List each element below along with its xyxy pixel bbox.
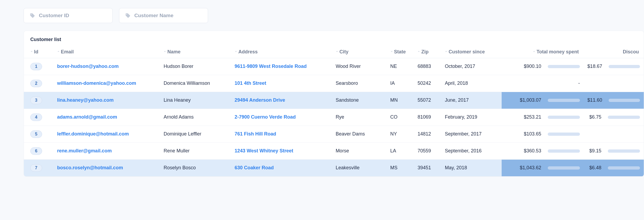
cell-city: Sandstone: [332, 92, 387, 109]
cell-state: MN: [387, 92, 414, 109]
progress-bar: [548, 65, 580, 68]
id-badge: 5: [30, 130, 42, 138]
email-link[interactable]: lina.heaney@yahoo.com: [57, 97, 114, 103]
progress-bar: [609, 65, 640, 68]
table-row[interactable]: 5leffler.dominique@hotmail.comDominique …: [24, 126, 644, 142]
progress-bar: [548, 149, 580, 153]
address-link[interactable]: 1243 West Whitney Street: [235, 148, 293, 153]
sort-icon: ⌃: [164, 50, 166, 54]
cell-city: Morse: [332, 142, 387, 159]
discount-cell: $6.75: [584, 109, 644, 126]
sort-icon: ⌃: [30, 50, 33, 54]
filter-bar: [0, 8, 644, 31]
progress-bar: [548, 166, 580, 170]
total-cell: $360.53: [502, 143, 584, 159]
discount-cell: [584, 126, 644, 142]
total-cell: $900.10: [502, 58, 584, 75]
col-header-email[interactable]: ⌃Email: [54, 46, 160, 58]
customer-id-filter[interactable]: [24, 8, 113, 23]
cell-name: Arnold Adams: [160, 109, 231, 126]
cell-zip: 39451: [414, 159, 442, 176]
table-row[interactable]: 6rene.muller@gmail.comRene Muller1243 We…: [24, 142, 644, 159]
id-badge: 1: [30, 63, 42, 70]
table-row[interactable]: 4adams.arnold@gmail.comArnold Adams2-790…: [24, 109, 644, 126]
id-badge: 4: [30, 113, 42, 121]
cell-since: February, 2019: [442, 109, 502, 126]
address-link[interactable]: 761 Fish Hill Road: [235, 131, 276, 137]
email-link[interactable]: rene.muller@gmail.com: [57, 148, 112, 153]
address-link[interactable]: 101 4th Street: [235, 80, 266, 86]
cell-since: April, 2018: [442, 75, 502, 92]
table-header-row: ⌃Id ⌃Email ⌃Name ⌃Address ⌃City ⌃State ⌃…: [24, 46, 644, 58]
customer-name-input[interactable]: [134, 13, 202, 19]
tag-icon: [125, 13, 131, 18]
id-badge: 3: [30, 97, 42, 104]
cell-city: Rye: [332, 109, 387, 126]
address-link[interactable]: 29494 Anderson Drive: [235, 97, 285, 103]
total-cell: $1,043.62: [502, 160, 584, 176]
id-badge: 6: [30, 147, 42, 155]
cell-state: IA: [387, 75, 414, 92]
cell-state: MS: [387, 159, 414, 176]
tag-icon: [30, 13, 35, 18]
sort-icon: ⌃: [445, 50, 447, 54]
cell-name: Roselyn Bosco: [160, 159, 231, 176]
total-cell: $1,003.07: [502, 92, 584, 109]
progress-bar: [548, 133, 580, 136]
customer-id-input[interactable]: [39, 13, 106, 19]
cell-state: NE: [387, 58, 414, 75]
cell-city: Leakesville: [332, 159, 387, 176]
sort-icon: ⌃: [417, 50, 420, 54]
cell-city: Searsboro: [332, 75, 387, 92]
sort-icon: ⌃: [57, 50, 60, 54]
cell-zip: 55072: [414, 92, 442, 109]
discount-cell: $11.60: [584, 92, 644, 109]
total-cell: $103.65: [502, 126, 584, 142]
cell-since: May, 2018: [442, 159, 502, 176]
progress-bar: [548, 99, 580, 102]
customer-name-filter[interactable]: [119, 8, 208, 23]
col-header-state[interactable]: ⌃State: [387, 46, 414, 58]
total-cell: -: [502, 75, 584, 92]
cell-state: NY: [387, 126, 414, 142]
col-header-discount[interactable]: Discou: [584, 46, 644, 58]
progress-bar: [608, 149, 640, 153]
id-badge: 2: [30, 80, 42, 87]
address-link[interactable]: 630 Coaker Road: [235, 165, 274, 170]
discount-cell: $6.48: [584, 160, 644, 176]
card-title: Customer list: [24, 31, 644, 46]
col-header-total[interactable]: ⌃Total money spent: [502, 46, 584, 58]
address-link[interactable]: 2-7900 Cuerno Verde Road: [235, 114, 296, 120]
progress-bar: [609, 99, 640, 102]
cell-zip: 68883: [414, 58, 442, 75]
discount-cell: [584, 75, 644, 92]
col-header-since[interactable]: ⌃Customer since: [442, 46, 502, 58]
cell-name: Lina Heaney: [160, 92, 231, 109]
cell-city: Wood River: [332, 58, 387, 75]
cell-since: October, 2017: [442, 58, 502, 75]
email-link[interactable]: bosco.roselyn@hotmail.com: [57, 165, 123, 170]
col-header-id[interactable]: ⌃Id: [24, 46, 54, 58]
email-link[interactable]: williamson-domenica@yahoo.com: [57, 80, 136, 86]
email-link[interactable]: borer-hudson@yahoo.com: [57, 64, 119, 69]
table-row[interactable]: 7bosco.roselyn@hotmail.comRoselyn Bosco6…: [24, 159, 644, 176]
sort-icon: ⌃: [235, 50, 237, 54]
col-header-address[interactable]: ⌃Address: [231, 46, 332, 58]
email-link[interactable]: leffler.dominique@hotmail.com: [57, 131, 129, 137]
table-row[interactable]: 1borer-hudson@yahoo.comHudson Borer9611-…: [24, 58, 644, 75]
table-row[interactable]: 3lina.heaney@yahoo.comLina Heaney29494 A…: [24, 92, 644, 109]
col-header-zip[interactable]: ⌃Zip: [414, 46, 442, 58]
address-link[interactable]: 9611-9809 West Rosedale Road: [235, 64, 307, 69]
id-badge: 7: [30, 164, 42, 172]
table-row[interactable]: 2williamson-domenica@yahoo.comDomenica W…: [24, 75, 644, 92]
cell-zip: 50242: [414, 75, 442, 92]
cell-name: Domenica Williamson: [160, 75, 231, 92]
sort-icon: ⌃: [533, 50, 535, 54]
cell-city: Beaver Dams: [332, 126, 387, 142]
email-link[interactable]: adams.arnold@gmail.com: [57, 114, 117, 120]
col-header-city[interactable]: ⌃City: [332, 46, 387, 58]
cell-state: CO: [387, 109, 414, 126]
total-cell: $253.21: [502, 109, 584, 126]
cell-zip: 81069: [414, 109, 442, 126]
col-header-name[interactable]: ⌃Name: [160, 46, 231, 58]
